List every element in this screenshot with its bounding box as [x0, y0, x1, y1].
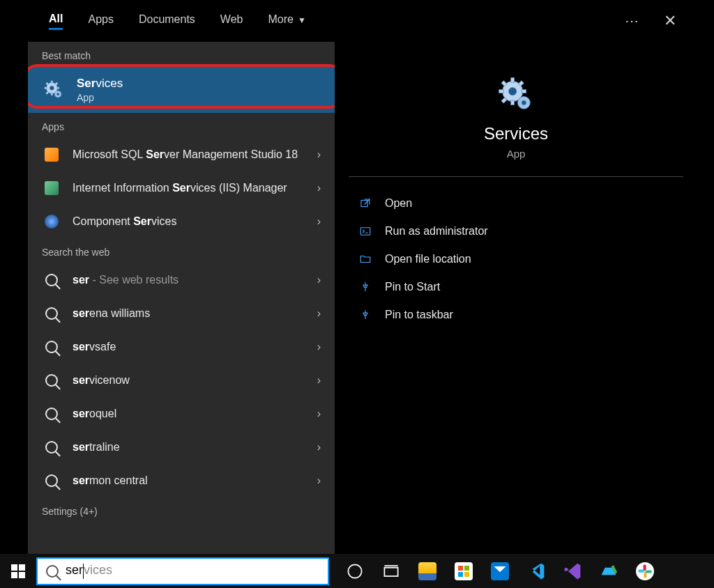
svg-rect-13: [360, 228, 370, 235]
results-column: Best match Services App Apps Micros: [28, 42, 335, 554]
tab-more[interactable]: More▼: [268, 13, 305, 29]
search-tabs: All Apps Documents Web More▼ ⋯ ✕: [28, 0, 697, 42]
result-label: serena williams: [73, 306, 306, 321]
taskbar-icons: [329, 559, 714, 583]
search-icon: [42, 270, 61, 290]
file-explorer-icon[interactable]: [416, 559, 439, 583]
search-icon: [42, 471, 61, 490]
search-icon: [42, 404, 61, 424]
preview-app-icon: [498, 77, 534, 116]
taskbar: services: [0, 554, 714, 588]
result-label: sertraline: [73, 440, 306, 455]
action-label: Pin to Start: [385, 281, 440, 293]
svg-rect-20: [646, 570, 652, 573]
taskbar-search-input[interactable]: services: [36, 557, 329, 585]
chevron-right-icon[interactable]: ›: [317, 474, 321, 487]
search-icon: [42, 371, 61, 390]
action-open[interactable]: Open: [349, 189, 683, 217]
action-label: Open: [385, 197, 412, 210]
app-result[interactable]: Internet Information Services (IIS) Mana…: [28, 171, 335, 205]
section-apps: Apps: [28, 113, 335, 138]
chevron-right-icon[interactable]: ›: [317, 408, 321, 420]
result-label: seroquel: [73, 406, 306, 421]
action-pin-start[interactable]: Pin to Start: [349, 273, 683, 301]
vscode-icon[interactable]: [524, 559, 548, 583]
section-best-match: Best match: [28, 42, 335, 67]
best-match-subtitle: App: [77, 92, 123, 103]
mail-icon[interactable]: [488, 559, 512, 583]
search-icon: [42, 337, 61, 357]
azure-storage-icon[interactable]: [597, 559, 621, 583]
chevron-right-icon[interactable]: ›: [317, 441, 321, 454]
result-label: Component Services: [73, 214, 306, 229]
cortana-icon[interactable]: [343, 559, 367, 583]
windows-logo-icon: [11, 564, 25, 578]
action-pin-task[interactable]: Pin to taskbar: [349, 301, 683, 329]
iis-icon: [42, 178, 61, 198]
app-result[interactable]: Component Services›: [28, 205, 335, 238]
tab-all[interactable]: All: [49, 13, 63, 30]
preview-pane: Services App OpenRun as administratorOpe…: [335, 42, 697, 554]
svg-rect-12: [361, 201, 367, 207]
chevron-right-icon[interactable]: ›: [317, 341, 321, 353]
pin-task-icon: [358, 308, 372, 322]
chevron-right-icon[interactable]: ›: [317, 374, 321, 387]
best-match-services[interactable]: Services App: [28, 67, 335, 113]
action-label: Open file location: [385, 253, 471, 265]
folder-icon: [358, 252, 372, 266]
action-admin[interactable]: Run as administrator: [349, 217, 683, 245]
web-result[interactable]: sertraline›: [28, 431, 335, 464]
close-icon[interactable]: ✕: [664, 12, 676, 30]
action-label: Run as administrator: [385, 225, 488, 238]
chevron-right-icon[interactable]: ›: [317, 148, 321, 161]
open-icon: [358, 196, 372, 210]
search-icon: [42, 438, 61, 457]
result-label: servicenow: [73, 373, 306, 388]
action-label: Pin to taskbar: [385, 309, 453, 321]
visual-studio-icon[interactable]: [561, 559, 584, 583]
preview-title: Services: [484, 124, 548, 144]
tab-apps[interactable]: Apps: [88, 13, 113, 29]
result-label: Internet Information Services (IIS) Mana…: [73, 180, 306, 196]
svg-rect-15: [384, 567, 397, 575]
result-label: sermon central: [73, 473, 306, 488]
web-result[interactable]: serena williams›: [28, 297, 335, 330]
chevron-right-icon[interactable]: ›: [317, 182, 321, 194]
microsoft-store-icon[interactable]: [452, 559, 476, 583]
web-result[interactable]: seroquel›: [28, 397, 335, 431]
section-search-web: Search the web: [28, 238, 335, 263]
tab-web[interactable]: Web: [220, 13, 243, 29]
web-result[interactable]: sermon central›: [28, 464, 335, 497]
slack-icon[interactable]: [633, 559, 657, 583]
web-result[interactable]: servicenow›: [28, 364, 335, 397]
comp-icon: [42, 212, 61, 231]
action-folder[interactable]: Open file location: [349, 245, 683, 273]
svg-rect-18: [638, 569, 644, 572]
search-icon: [46, 565, 59, 578]
pin-start-icon: [358, 280, 372, 294]
app-result[interactable]: Microsoft SQL Server Management Studio 1…: [28, 138, 335, 171]
best-match-title: Services: [77, 77, 123, 91]
svg-point-14: [348, 564, 361, 578]
ssms-icon: [42, 145, 61, 164]
chevron-right-icon[interactable]: ›: [317, 307, 321, 320]
admin-icon: [358, 224, 372, 238]
search-panel: All Apps Documents Web More▼ ⋯ ✕ Best ma…: [28, 0, 697, 554]
chevron-right-icon[interactable]: ›: [317, 274, 321, 286]
result-label: ser - See web results: [73, 272, 306, 288]
preview-subtitle: App: [507, 148, 526, 160]
chevron-down-icon: ▼: [298, 15, 306, 25]
web-result[interactable]: ser - See web results›: [28, 263, 335, 297]
start-button[interactable]: [0, 554, 36, 588]
task-view-icon[interactable]: [379, 559, 403, 583]
result-label: servsafe: [73, 339, 306, 355]
section-settings: Settings (4+): [28, 497, 335, 523]
result-label: Microsoft SQL Server Management Studio 1…: [73, 147, 306, 162]
tab-documents[interactable]: Documents: [139, 13, 195, 29]
options-icon[interactable]: ⋯: [625, 13, 639, 29]
chevron-right-icon[interactable]: ›: [317, 215, 321, 228]
search-text: services: [66, 563, 112, 578]
web-result[interactable]: servsafe›: [28, 330, 335, 364]
search-icon: [42, 304, 61, 323]
services-gear-icon: [42, 78, 66, 102]
